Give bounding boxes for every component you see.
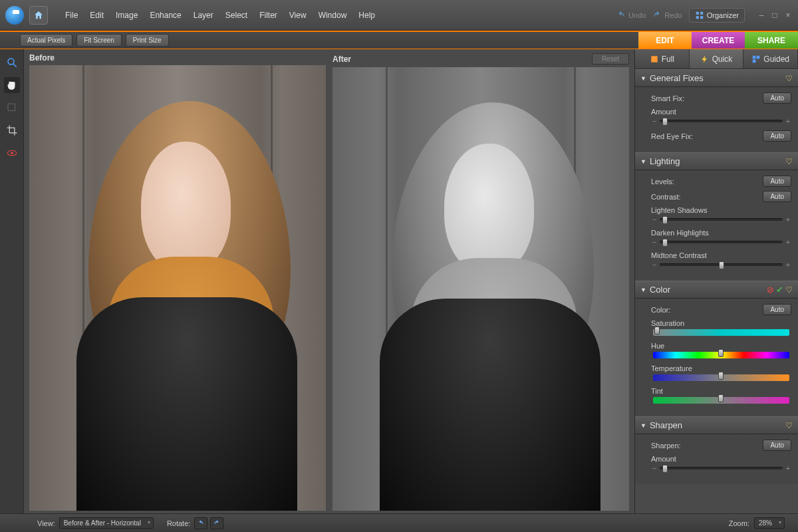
- section-general-fixes[interactable]: ▼General Fixes♡: [635, 69, 798, 87]
- menu-enhance[interactable]: Enhance: [144, 8, 186, 23]
- bulb-icon[interactable]: ♡: [785, 74, 793, 83]
- redeye-tool-icon[interactable]: [4, 145, 20, 161]
- maximize-button[interactable]: □: [770, 11, 779, 20]
- zoom-tool-icon[interactable]: [4, 55, 20, 70]
- red-eye-label: Red Eye Fix:: [651, 132, 763, 140]
- mode-tab-share[interactable]: SHARE: [745, 32, 798, 49]
- section-color[interactable]: ▼Color ⊘✔♡: [635, 281, 798, 299]
- sharpen-amount-label: Amount: [651, 455, 791, 463]
- midtone-contrast-label: Midtone Contrast: [651, 251, 791, 259]
- mode-tab-create[interactable]: CREATE: [692, 32, 745, 49]
- fit-screen-button[interactable]: Fit Screen: [76, 34, 122, 47]
- mode-tab-edit[interactable]: EDIT: [638, 32, 692, 49]
- menu-filter[interactable]: Filter: [254, 8, 283, 23]
- hue-slider[interactable]: [651, 351, 791, 359]
- menu-help[interactable]: Help: [353, 8, 380, 23]
- close-button[interactable]: ×: [783, 11, 793, 20]
- view-tab-guided[interactable]: Guided: [743, 49, 798, 68]
- organizer-button[interactable]: Organizer: [689, 8, 745, 23]
- menu-layer[interactable]: Layer: [188, 8, 219, 23]
- home-button[interactable]: [29, 6, 48, 25]
- amount-label: Amount: [651, 108, 791, 116]
- sharpen-label: Sharpen:: [651, 442, 763, 450]
- menu-window[interactable]: Window: [313, 8, 352, 23]
- minimize-button[interactable]: –: [757, 11, 766, 20]
- tint-slider[interactable]: [651, 396, 791, 404]
- rotate-label: Rotate:: [167, 519, 190, 527]
- smart-fix-auto-button[interactable]: Auto: [763, 92, 791, 104]
- tool-strip: [0, 49, 24, 513]
- lighten-shadows-label: Lighten Shadows: [651, 206, 791, 214]
- svg-rect-6: [8, 104, 15, 111]
- color-label: Color:: [651, 306, 763, 314]
- print-size-button[interactable]: Print Size: [126, 34, 169, 47]
- before-label: Before: [29, 53, 55, 63]
- smart-fix-label: Smart Fix:: [651, 94, 763, 102]
- cancel-icon[interactable]: ⊘: [767, 285, 774, 295]
- toolbar: Actual Pixels Fit Screen Print Size EDIT…: [0, 31, 798, 49]
- before-image[interactable]: [29, 65, 326, 511]
- app-icon: [5, 6, 24, 25]
- quick-select-tool-icon[interactable]: [4, 100, 20, 116]
- midtone-contrast-slider[interactable]: −+: [651, 261, 791, 269]
- svg-rect-12: [753, 59, 756, 63]
- rotate-cw-button[interactable]: [210, 517, 223, 529]
- svg-rect-9: [651, 56, 657, 62]
- bulb-icon[interactable]: ♡: [785, 285, 793, 295]
- reset-button[interactable]: Reset: [592, 53, 629, 65]
- view-label: View:: [37, 519, 55, 527]
- bulb-icon[interactable]: ♡: [785, 157, 793, 166]
- svg-point-8: [11, 152, 13, 154]
- svg-rect-3: [700, 16, 703, 19]
- levels-label: Levels:: [651, 178, 763, 186]
- temperature-slider[interactable]: [651, 374, 791, 382]
- sharpen-auto-button[interactable]: Auto: [763, 440, 791, 451]
- section-sharpen[interactable]: ▼Sharpen♡: [635, 416, 798, 434]
- view-tab-full[interactable]: Full: [635, 49, 690, 68]
- canvas-area: Before AfterReset: [24, 49, 634, 513]
- bulb-icon[interactable]: ♡: [785, 421, 793, 430]
- redo-button[interactable]: Redo: [652, 11, 682, 20]
- darken-highlights-label: Darken Highlights: [651, 229, 791, 237]
- hand-tool-icon[interactable]: [4, 77, 20, 93]
- svg-rect-1: [700, 11, 703, 14]
- color-auto-button[interactable]: Auto: [763, 304, 791, 315]
- levels-auto-button[interactable]: Auto: [763, 176, 791, 187]
- svg-point-4: [8, 59, 14, 65]
- crop-tool-icon[interactable]: [4, 122, 20, 138]
- right-panel: Full Quick Guided ▼General Fixes♡ Smart …: [634, 49, 798, 513]
- zoom-label: Zoom:: [729, 519, 749, 527]
- smart-fix-amount-slider[interactable]: −+: [651, 117, 791, 125]
- svg-rect-10: [753, 55, 756, 59]
- menu-view[interactable]: View: [284, 8, 312, 23]
- menubar: File Edit Image Enhance Layer Select Fil…: [0, 0, 798, 31]
- view-tab-quick[interactable]: Quick: [690, 49, 744, 68]
- contrast-label: Contrast:: [651, 193, 763, 201]
- rotate-ccw-button[interactable]: [194, 517, 207, 529]
- svg-line-5: [13, 64, 17, 67]
- menu-items: File Edit Image Enhance Layer Select Fil…: [60, 8, 380, 23]
- lighten-shadows-slider[interactable]: −+: [651, 215, 791, 223]
- menu-file[interactable]: File: [60, 8, 83, 23]
- after-label: After: [332, 55, 351, 64]
- window-controls: – □ ×: [757, 11, 793, 20]
- menu-image[interactable]: Image: [110, 8, 143, 23]
- menu-edit[interactable]: Edit: [84, 8, 109, 23]
- actual-pixels-button[interactable]: Actual Pixels: [20, 34, 72, 47]
- after-image[interactable]: [332, 67, 629, 511]
- sharpen-amount-slider[interactable]: −+: [651, 464, 791, 472]
- bottom-bar: View: Before & After - Horizontal Rotate…: [0, 513, 798, 532]
- undo-button[interactable]: Undo: [616, 11, 646, 20]
- contrast-auto-button[interactable]: Auto: [763, 191, 791, 202]
- svg-rect-2: [696, 16, 698, 19]
- commit-icon[interactable]: ✔: [776, 285, 783, 295]
- section-lighting[interactable]: ▼Lighting♡: [635, 152, 798, 170]
- zoom-select[interactable]: 28%: [754, 517, 785, 529]
- saturation-slider[interactable]: [651, 329, 791, 336]
- darken-highlights-slider[interactable]: −+: [651, 238, 791, 246]
- menu-select[interactable]: Select: [220, 8, 253, 23]
- view-mode-select[interactable]: Before & After - Horizontal: [59, 517, 154, 529]
- svg-rect-0: [696, 11, 698, 14]
- red-eye-auto-button[interactable]: Auto: [763, 130, 791, 142]
- saturation-label: Saturation: [651, 319, 791, 327]
